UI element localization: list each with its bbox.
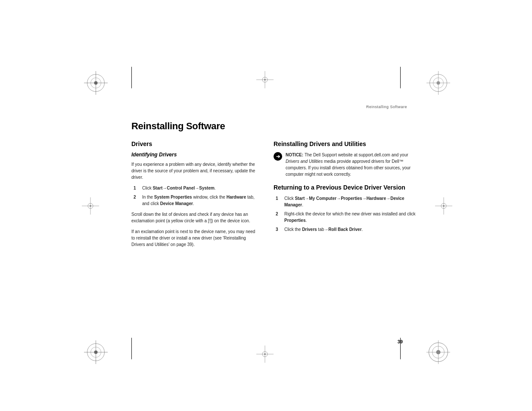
- reg-mark-bottom-right: [426, 340, 450, 366]
- crosshair-right-center: [435, 197, 452, 216]
- right-column: Reinstalling Drivers and Utilities ➔ NOT…: [274, 140, 416, 252]
- vline-top-left: [131, 67, 132, 88]
- step-2-number: 2: [134, 194, 139, 207]
- main-title: Reinstalling Software: [131, 121, 416, 132]
- exclamation-text: If an exclamation point is next to the d…: [131, 228, 256, 248]
- two-column-layout: Drivers Identifying Drivers If you exper…: [131, 140, 416, 252]
- left-column: Drivers Identifying Drivers If you exper…: [131, 140, 256, 252]
- crosshair-bottom-center: [256, 346, 274, 364]
- step-1-left: 1 Click Start→Control Panel→System.: [134, 185, 256, 191]
- step-2-left: 2 In the System Properties window, click…: [134, 194, 256, 207]
- vline-bottom-left: [131, 338, 132, 359]
- step-2-right-number: 2: [276, 211, 281, 224]
- step-2-right: 2 Right-click the device for which the n…: [276, 211, 416, 224]
- intro-paragraph: If you experience a problem with any dev…: [131, 161, 256, 181]
- step-3-right: 3 Click the Drivers tab→Roll Back Driver…: [276, 226, 416, 233]
- page-number: 39: [398, 339, 403, 344]
- step-2-text: In the System Properties window, click t…: [142, 194, 256, 207]
- step-1-number: 1: [134, 185, 139, 191]
- steps-list-left: 1 Click Start→Control Panel→System. 2 In…: [131, 185, 256, 207]
- reg-mark-top-left: [84, 71, 108, 97]
- notice-box: ➔ NOTICE: The Dell Support website at su…: [274, 152, 416, 177]
- crosshair-left-center: [82, 197, 99, 216]
- step-1-text: Click Start→Control Panel→System.: [142, 185, 216, 191]
- step-1-right-text: Click Start→My Computer→Properties→Hardw…: [284, 195, 416, 208]
- notice-text: NOTICE: The Dell Support website at supp…: [286, 152, 416, 177]
- crosshair-top-center: [256, 71, 274, 90]
- notice-icon: ➔: [274, 152, 282, 161]
- page: Reinstalling Software Reinstalling Softw…: [0, 0, 532, 411]
- notice-label: NOTICE:: [286, 153, 305, 157]
- content-area: Reinstalling Software Drivers Identifyin…: [131, 121, 416, 252]
- drivers-heading: Drivers: [131, 140, 256, 147]
- reg-mark-bottom-left: [84, 340, 108, 366]
- reinstalling-heading: Reinstalling Drivers and Utilities: [274, 140, 416, 147]
- step-1-right-number: 1: [276, 195, 281, 208]
- returning-heading: Returning to a Previous Device Driver Ve…: [274, 184, 416, 191]
- step-3-right-text: Click the Drivers tab→Roll Back Driver.: [284, 226, 363, 233]
- page-header: Reinstalling Software: [366, 105, 407, 109]
- reg-mark-top-right: [426, 71, 450, 97]
- step-2-right-text: Right-click the device for which the new…: [284, 211, 416, 224]
- identifying-drivers-heading: Identifying Drivers: [131, 152, 256, 158]
- steps-list-right: 1 Click Start→My Computer→Properties→Har…: [274, 195, 416, 233]
- scroll-text: Scroll down the list of devices and chec…: [131, 211, 256, 224]
- step-3-right-number: 3: [276, 226, 281, 233]
- step-1-right: 1 Click Start→My Computer→Properties→Har…: [276, 195, 416, 208]
- vline-top-right: [400, 67, 401, 88]
